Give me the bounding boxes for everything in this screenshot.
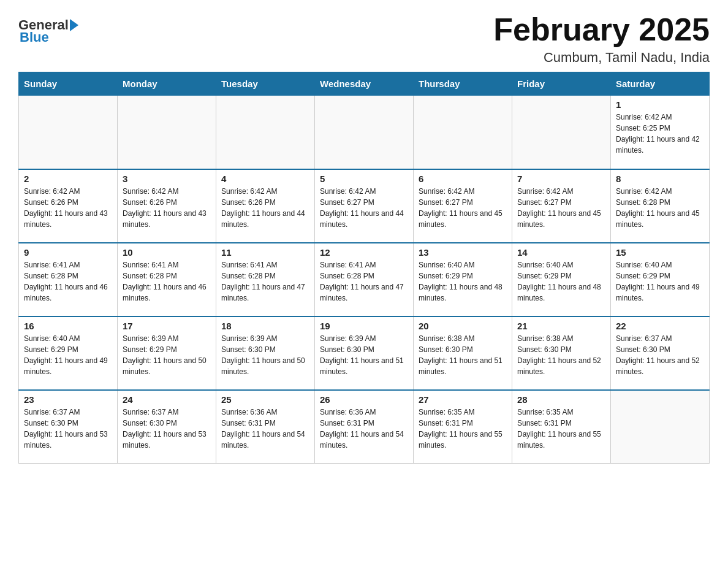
- table-row: 4Sunrise: 6:42 AM Sunset: 6:26 PM Daylig…: [216, 169, 315, 243]
- day-number: 7: [517, 174, 605, 184]
- table-row: 2Sunrise: 6:42 AM Sunset: 6:26 PM Daylig…: [19, 169, 118, 243]
- header-friday: Friday: [512, 72, 611, 96]
- header-saturday: Saturday: [611, 72, 710, 96]
- header-thursday: Thursday: [414, 72, 512, 96]
- day-info: Sunrise: 6:42 AM Sunset: 6:27 PM Dayligh…: [419, 186, 507, 230]
- day-number: 21: [517, 321, 605, 331]
- calendar-table: Sunday Monday Tuesday Wednesday Thursday…: [18, 72, 710, 464]
- day-info: Sunrise: 6:41 AM Sunset: 6:28 PM Dayligh…: [221, 259, 309, 304]
- table-row: 8Sunrise: 6:42 AM Sunset: 6:28 PM Daylig…: [611, 169, 710, 243]
- day-info: Sunrise: 6:42 AM Sunset: 6:26 PM Dayligh…: [123, 186, 211, 230]
- day-info: Sunrise: 6:36 AM Sunset: 6:31 PM Dayligh…: [320, 407, 408, 451]
- table-row: [19, 96, 118, 169]
- table-row: 6Sunrise: 6:42 AM Sunset: 6:27 PM Daylig…: [414, 169, 512, 243]
- table-row: 15Sunrise: 6:40 AM Sunset: 6:29 PM Dayli…: [611, 243, 710, 316]
- day-info: Sunrise: 6:40 AM Sunset: 6:29 PM Dayligh…: [419, 259, 507, 304]
- day-info: Sunrise: 6:37 AM Sunset: 6:30 PM Dayligh…: [616, 333, 704, 377]
- day-number: 3: [123, 174, 211, 184]
- header-wednesday: Wednesday: [315, 72, 414, 96]
- day-number: 15: [616, 247, 704, 258]
- page-header: General Blue February 2025 Cumbum, Tamil…: [18, 12, 710, 66]
- day-info: Sunrise: 6:42 AM Sunset: 6:26 PM Dayligh…: [24, 186, 112, 230]
- table-row: [216, 96, 315, 169]
- table-row: 27Sunrise: 6:35 AM Sunset: 6:31 PM Dayli…: [414, 390, 512, 464]
- table-row: 13Sunrise: 6:40 AM Sunset: 6:29 PM Dayli…: [414, 243, 512, 316]
- day-info: Sunrise: 6:41 AM Sunset: 6:28 PM Dayligh…: [24, 259, 112, 304]
- day-number: 5: [320, 174, 408, 184]
- day-number: 20: [419, 321, 507, 331]
- day-number: 2: [24, 174, 112, 184]
- day-info: Sunrise: 6:42 AM Sunset: 6:25 PM Dayligh…: [616, 112, 704, 156]
- day-info: Sunrise: 6:37 AM Sunset: 6:30 PM Dayligh…: [123, 407, 211, 451]
- day-info: Sunrise: 6:35 AM Sunset: 6:31 PM Dayligh…: [419, 407, 507, 451]
- day-info: Sunrise: 6:40 AM Sunset: 6:29 PM Dayligh…: [517, 259, 605, 304]
- table-row: 24Sunrise: 6:37 AM Sunset: 6:30 PM Dayli…: [118, 390, 216, 464]
- day-number: 13: [419, 247, 507, 258]
- day-number: 4: [221, 174, 309, 184]
- table-row: [118, 96, 216, 169]
- table-row: [315, 96, 414, 169]
- table-row: 12Sunrise: 6:41 AM Sunset: 6:28 PM Dayli…: [315, 243, 414, 316]
- day-number: 17: [123, 321, 211, 331]
- day-number: 25: [221, 394, 309, 405]
- table-row: 16Sunrise: 6:40 AM Sunset: 6:29 PM Dayli…: [19, 316, 118, 390]
- table-row: 9Sunrise: 6:41 AM Sunset: 6:28 PM Daylig…: [19, 243, 118, 316]
- header-monday: Monday: [118, 72, 216, 96]
- day-info: Sunrise: 6:42 AM Sunset: 6:27 PM Dayligh…: [320, 186, 408, 230]
- day-info: Sunrise: 6:35 AM Sunset: 6:31 PM Dayligh…: [517, 407, 605, 451]
- table-row: 1Sunrise: 6:42 AM Sunset: 6:25 PM Daylig…: [611, 96, 710, 169]
- day-info: Sunrise: 6:38 AM Sunset: 6:30 PM Dayligh…: [517, 333, 605, 377]
- logo-arrow-icon: [70, 19, 78, 31]
- day-info: Sunrise: 6:39 AM Sunset: 6:30 PM Dayligh…: [221, 333, 309, 377]
- day-info: Sunrise: 6:42 AM Sunset: 6:26 PM Dayligh…: [221, 186, 309, 230]
- table-row: 14Sunrise: 6:40 AM Sunset: 6:29 PM Dayli…: [512, 243, 611, 316]
- table-row: 20Sunrise: 6:38 AM Sunset: 6:30 PM Dayli…: [414, 316, 512, 390]
- day-number: 1: [616, 99, 704, 110]
- day-info: Sunrise: 6:37 AM Sunset: 6:30 PM Dayligh…: [24, 407, 112, 451]
- table-row: 5Sunrise: 6:42 AM Sunset: 6:27 PM Daylig…: [315, 169, 414, 243]
- day-info: Sunrise: 6:41 AM Sunset: 6:28 PM Dayligh…: [123, 259, 211, 304]
- day-number: 10: [123, 247, 211, 258]
- table-row: 18Sunrise: 6:39 AM Sunset: 6:30 PM Dayli…: [216, 316, 315, 390]
- calendar-header-row: Sunday Monday Tuesday Wednesday Thursday…: [19, 72, 710, 96]
- table-row: 22Sunrise: 6:37 AM Sunset: 6:30 PM Dayli…: [611, 316, 710, 390]
- logo: General Blue: [18, 12, 78, 45]
- table-row: 23Sunrise: 6:37 AM Sunset: 6:30 PM Dayli…: [19, 390, 118, 464]
- day-number: 23: [24, 394, 112, 405]
- day-number: 12: [320, 247, 408, 258]
- month-title: February 2025: [493, 12, 710, 47]
- table-row: 25Sunrise: 6:36 AM Sunset: 6:31 PM Dayli…: [216, 390, 315, 464]
- day-number: 14: [517, 247, 605, 258]
- day-number: 8: [616, 174, 704, 184]
- day-info: Sunrise: 6:39 AM Sunset: 6:29 PM Dayligh…: [123, 333, 211, 377]
- table-row: 17Sunrise: 6:39 AM Sunset: 6:29 PM Dayli…: [118, 316, 216, 390]
- day-info: Sunrise: 6:39 AM Sunset: 6:30 PM Dayligh…: [320, 333, 408, 377]
- day-number: 28: [517, 394, 605, 405]
- table-row: 10Sunrise: 6:41 AM Sunset: 6:28 PM Dayli…: [118, 243, 216, 316]
- title-section: February 2025 Cumbum, Tamil Nadu, India: [493, 12, 710, 66]
- table-row: [512, 96, 611, 169]
- day-number: 27: [419, 394, 507, 405]
- day-number: 11: [221, 247, 309, 258]
- day-number: 19: [320, 321, 408, 331]
- header-sunday: Sunday: [19, 72, 118, 96]
- day-info: Sunrise: 6:40 AM Sunset: 6:29 PM Dayligh…: [24, 333, 112, 377]
- table-row: 3Sunrise: 6:42 AM Sunset: 6:26 PM Daylig…: [118, 169, 216, 243]
- location: Cumbum, Tamil Nadu, India: [493, 50, 710, 66]
- logo-blue: Blue: [20, 29, 49, 45]
- day-info: Sunrise: 6:42 AM Sunset: 6:27 PM Dayligh…: [517, 186, 605, 230]
- day-info: Sunrise: 6:42 AM Sunset: 6:28 PM Dayligh…: [616, 186, 704, 230]
- table-row: 28Sunrise: 6:35 AM Sunset: 6:31 PM Dayli…: [512, 390, 611, 464]
- table-row: [611, 390, 710, 464]
- day-number: 18: [221, 321, 309, 331]
- table-row: 19Sunrise: 6:39 AM Sunset: 6:30 PM Dayli…: [315, 316, 414, 390]
- day-info: Sunrise: 6:41 AM Sunset: 6:28 PM Dayligh…: [320, 259, 408, 304]
- table-row: [414, 96, 512, 169]
- header-tuesday: Tuesday: [216, 72, 315, 96]
- day-number: 24: [123, 394, 211, 405]
- day-number: 9: [24, 247, 112, 258]
- table-row: 21Sunrise: 6:38 AM Sunset: 6:30 PM Dayli…: [512, 316, 611, 390]
- table-row: 26Sunrise: 6:36 AM Sunset: 6:31 PM Dayli…: [315, 390, 414, 464]
- day-info: Sunrise: 6:38 AM Sunset: 6:30 PM Dayligh…: [419, 333, 507, 377]
- day-number: 6: [419, 174, 507, 184]
